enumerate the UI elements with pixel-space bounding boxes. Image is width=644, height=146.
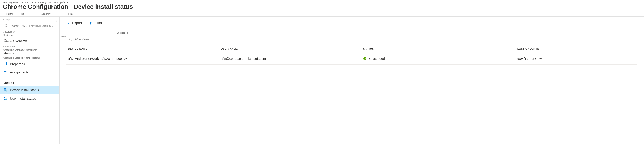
subtitle-row: Поиск (CTRL+/) Экспорт Filter [0, 12, 644, 16]
status-table: DEVICE NAME USER NAME STATUS LAST CHECK-… [66, 47, 637, 65]
subtitle-search: Поиск (CTRL+/) [6, 12, 24, 15]
search-icon [4, 24, 8, 28]
sidebar-label-overview: Overview [13, 39, 27, 43]
col-last-check-in[interactable]: LAST CHECK-IN [517, 47, 637, 50]
svg-rect-9 [4, 89, 6, 91]
search-icon [68, 38, 72, 41]
cell-user-name: afw@contoso.onmicrosoft.com [215, 57, 363, 60]
cell-status: Succeeded [363, 57, 517, 60]
col-device-name[interactable]: DEVICE NAME [66, 47, 215, 50]
svg-line-1 [7, 26, 8, 27]
assignments-icon [3, 70, 7, 74]
sidebar-label-user-install-status: User install status [10, 96, 36, 100]
sidebar-item-overview[interactable]: Задания Overview [0, 37, 60, 45]
svg-point-6 [4, 71, 5, 72]
sidebar-search-box[interactable]: р литровые элементы... [3, 22, 55, 29]
svg-point-0 [5, 25, 7, 26]
svg-point-7 [6, 71, 6, 72]
sidebar-label-device-install-status: Device install status [10, 88, 39, 92]
col-status[interactable]: STATUS [363, 47, 517, 50]
sidebar-search-trailing: р литровые элементы... [29, 25, 54, 27]
sidebar-label-assignments: Assignments [10, 70, 29, 74]
main-content: ЕСМЬ Export Filter Succeeded [60, 17, 644, 144]
svg-rect-3 [4, 62, 4, 65]
properties-icon [3, 62, 7, 66]
svg-point-13 [70, 38, 72, 40]
export-label: Export [72, 21, 82, 25]
svg-rect-4 [5, 62, 6, 65]
download-icon [66, 21, 70, 25]
success-check-icon [363, 57, 367, 60]
cell-device-name: afw_AndroidForWork_9/4/2019_4:00 AM [66, 57, 215, 60]
sidebar-search-input[interactable] [10, 24, 28, 28]
tiny-label-sostoyanie-polzovatelya: Состояние установки пользователя [0, 56, 60, 60]
svg-line-14 [71, 40, 72, 41]
subtitle-export: Экспорт [41, 12, 50, 15]
tiny-label-otslezhivat: Отслеживать [0, 45, 60, 48]
sidebar-item-assignments[interactable]: Assignments [0, 68, 60, 76]
svg-rect-5 [6, 62, 6, 65]
sidebar-section-monitor: Monitor [0, 78, 60, 86]
ecmb-text: ЕСМЬ [60, 35, 66, 38]
page-title: Chrome Configuration - Device install st… [0, 3, 644, 12]
table-row[interactable]: afw_AndroidForWork_9/4/2019_4:00 AM afw@… [66, 53, 637, 65]
export-button[interactable]: Export [66, 21, 82, 25]
svg-point-11 [4, 97, 6, 98]
table-header: DEVICE NAME USER NAME STATUS LAST CHECK-… [66, 47, 637, 53]
filter-label: Filter [94, 21, 102, 25]
user-icon [3, 96, 7, 100]
col-user-name[interactable]: USER NAME [215, 47, 363, 50]
cell-last-check-in: 9/04/19, 1:53 PM [517, 57, 637, 60]
collapse-sidebar-button[interactable]: « [54, 18, 58, 23]
tiny-label-svoistva: Свойства [0, 34, 60, 37]
filter-icon [89, 21, 92, 25]
toolbar: Export Filter [66, 21, 637, 32]
subtitle-filter: Filter [68, 12, 73, 15]
sidebar-item-device-install-status[interactable]: Device install status [0, 86, 60, 94]
filter-items-box[interactable] [66, 36, 637, 43]
sidebar-item-user-install-status[interactable]: User install status [0, 94, 60, 102]
filter-button[interactable]: Filter [89, 21, 102, 25]
sidebar: « Обзор р литровые элементы... Управлени… [0, 17, 60, 144]
succeeded-mini: Succeeded [66, 32, 637, 34]
device-icon [3, 88, 7, 92]
cell-status-text: Succeeded [368, 57, 385, 60]
sidebar-label-properties: Properties [10, 62, 25, 66]
sidebar-item-properties[interactable]: Properties [0, 60, 60, 68]
tiny-label-zadaniya: Задания [3, 40, 12, 43]
tiny-label-obzor: Обзор [0, 18, 60, 21]
filter-items-input[interactable] [74, 38, 635, 41]
tiny-label-upravlenie: Управление [0, 30, 60, 34]
